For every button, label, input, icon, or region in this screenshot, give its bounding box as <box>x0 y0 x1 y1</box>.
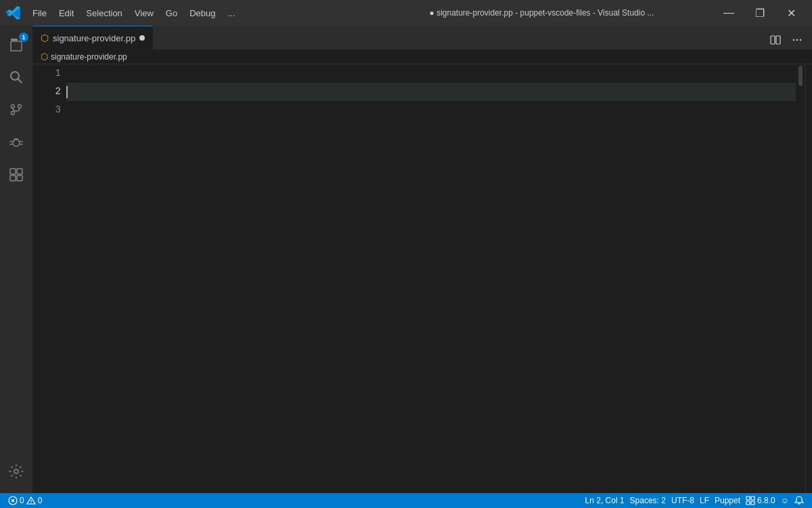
editor-lines <box>66 64 796 493</box>
vertical-scrollbar[interactable] <box>796 64 805 493</box>
breadcrumb-filename[interactable]: signature-provider.pp <box>51 52 127 62</box>
svg-rect-30 <box>751 496 754 500</box>
error-count: 0 <box>20 496 24 505</box>
tab-bar: ⬡ signature-provider.pp <box>32 26 812 49</box>
window-title: ● signature-provider.pp - puppet-vscode-… <box>370 8 713 18</box>
vscode-logo-icon <box>5 5 22 21</box>
status-encoding[interactable]: UTF-8 <box>669 493 697 508</box>
menu-go[interactable]: Go <box>160 5 183 21</box>
activity-bottom <box>0 455 32 490</box>
split-editor-button[interactable] <box>766 30 785 49</box>
maximize-button[interactable]: ❐ <box>744 0 775 26</box>
svg-point-7 <box>13 140 20 146</box>
activity-explorer-icon[interactable]: 1 <box>0 28 32 61</box>
activity-settings-icon[interactable] <box>0 455 32 488</box>
svg-rect-32 <box>751 501 754 505</box>
tab-filename: signature-provider.pp <box>53 33 135 43</box>
status-left: 0 0 <box>5 493 45 508</box>
editor-line-2 <box>66 83 796 101</box>
line-number-2: 2 <box>38 83 61 101</box>
status-extension-version[interactable]: 6.8.0 <box>743 493 778 508</box>
svg-point-4 <box>12 105 15 108</box>
svg-point-28 <box>30 503 31 503</box>
activity-extensions-icon[interactable] <box>0 158 32 191</box>
menu-file[interactable]: File <box>27 5 52 21</box>
window-controls: — ❐ ✕ <box>713 0 807 26</box>
activity-bar: 1 <box>0 26 32 493</box>
editor-tab[interactable]: ⬡ signature-provider.pp <box>32 26 154 49</box>
menu-more[interactable]: ... <box>222 5 240 21</box>
line-number-1: 1 <box>38 64 61 83</box>
svg-line-3 <box>18 79 22 83</box>
menu-edit[interactable]: Edit <box>53 5 79 21</box>
main-layout: 1 <box>0 26 812 493</box>
puppet-file-icon: ⬡ <box>41 33 49 43</box>
status-feedback[interactable]: ☺ <box>778 493 792 508</box>
editor-content[interactable]: 1 2 3 <box>32 64 812 493</box>
minimize-button[interactable]: — <box>713 0 744 26</box>
minimap <box>805 64 812 493</box>
svg-rect-29 <box>746 496 750 500</box>
activity-debug-icon[interactable] <box>0 126 32 158</box>
svg-rect-0 <box>11 39 18 41</box>
svg-rect-17 <box>17 175 22 181</box>
svg-point-6 <box>12 112 15 115</box>
svg-rect-14 <box>10 169 16 174</box>
svg-point-23 <box>800 39 801 41</box>
editor-area: ⬡ signature-provider.pp <box>32 26 812 493</box>
tab-actions <box>766 30 812 49</box>
editor-line-3 <box>66 101 796 119</box>
line-number-3: 3 <box>38 101 61 119</box>
svg-point-13 <box>18 139 19 140</box>
svg-rect-31 <box>746 501 750 505</box>
svg-rect-15 <box>17 169 22 174</box>
status-errors[interactable]: 0 0 <box>5 493 45 508</box>
menu-debug[interactable]: Debug <box>184 5 221 21</box>
menu-selection[interactable]: Selection <box>81 5 127 21</box>
text-cursor <box>66 86 68 98</box>
status-notifications[interactable] <box>792 493 807 508</box>
svg-rect-20 <box>776 36 780 44</box>
close-button[interactable]: ✕ <box>775 0 807 26</box>
breadcrumb-file-icon: ⬡ <box>41 51 48 62</box>
status-language[interactable]: Puppet <box>712 493 743 508</box>
svg-rect-1 <box>11 41 22 51</box>
explorer-badge: 1 <box>19 33 28 42</box>
editor-line-1 <box>66 64 796 83</box>
menu-bar: File Edit Selection View Go Debug ... <box>27 5 370 21</box>
svg-point-5 <box>18 105 22 108</box>
scrollbar-thumb <box>798 66 803 86</box>
breadcrumb: ⬡ signature-provider.pp <box>32 49 812 64</box>
svg-point-12 <box>14 139 16 140</box>
status-spaces[interactable]: Spaces: 2 <box>627 493 669 508</box>
title-bar: File Edit Selection View Go Debug ... ● … <box>0 0 812 26</box>
svg-rect-16 <box>10 175 16 181</box>
status-line-ending[interactable]: LF <box>697 493 712 508</box>
svg-point-18 <box>14 469 18 473</box>
status-bar: 0 0 Ln 2, Col 1 Spaces: 2 UTF-8 LF Puppe… <box>0 493 812 508</box>
status-position[interactable]: Ln 2, Col 1 <box>583 493 627 508</box>
activity-source-control-icon[interactable] <box>0 93 32 126</box>
line-numbers: 1 2 3 <box>32 64 66 493</box>
status-right: Ln 2, Col 1 Spaces: 2 UTF-8 LF Puppet 6.… <box>583 493 807 508</box>
menu-view[interactable]: View <box>129 5 159 21</box>
svg-point-22 <box>796 39 798 41</box>
activity-search-icon[interactable] <box>0 61 32 93</box>
unsaved-indicator <box>139 35 145 41</box>
svg-point-21 <box>793 39 794 41</box>
warning-count: 0 <box>38 496 43 505</box>
more-actions-button[interactable] <box>788 30 807 49</box>
svg-rect-19 <box>771 36 775 44</box>
